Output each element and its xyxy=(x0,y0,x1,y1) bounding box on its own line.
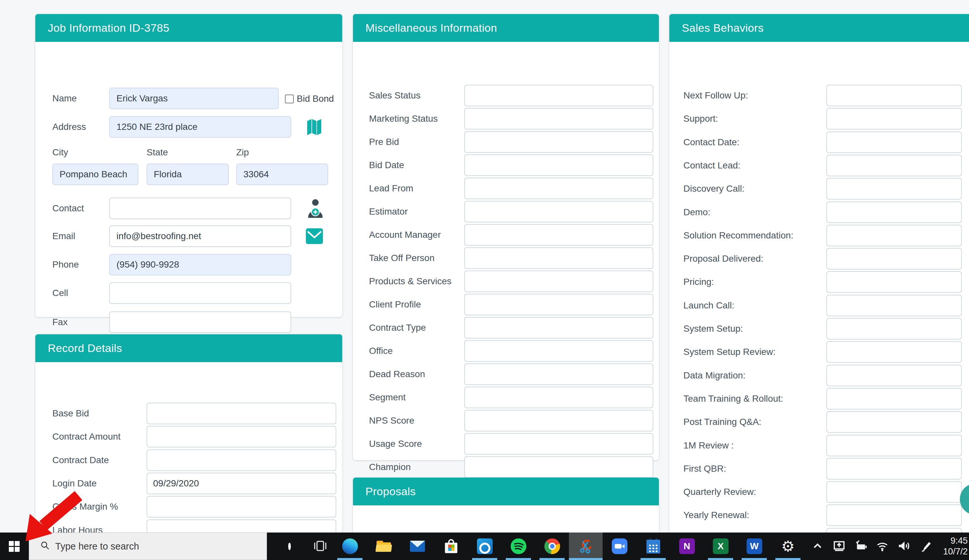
misc-marketing-status-input[interactable] xyxy=(464,108,653,130)
sales-support-input[interactable] xyxy=(826,108,962,130)
tray-battery-charging-button[interactable] xyxy=(850,533,871,560)
taskbar-edge-button[interactable] xyxy=(333,533,367,560)
taskbar: Type here to search NXW⚙ 9:45 10/7/2 xyxy=(0,533,969,560)
misc-lead-from-input[interactable] xyxy=(464,178,653,199)
desktop: Job Information ID-3785 Name Bid Bond Ad… xyxy=(0,0,969,560)
taskbar-mail-button[interactable] xyxy=(400,533,434,560)
address-input[interactable] xyxy=(109,116,291,138)
tray-pen-button[interactable] xyxy=(915,533,936,560)
sales-row-first-qbr: First QBR: xyxy=(683,458,969,480)
state-input[interactable] xyxy=(147,164,229,185)
miscellaneous-information-title: Miscellaneous Information xyxy=(365,22,497,34)
bid-bond-checkbox[interactable] xyxy=(285,95,294,103)
tray-wifi-button[interactable] xyxy=(871,533,893,560)
sales-data-migration-input[interactable] xyxy=(826,365,962,386)
excel-icon: X xyxy=(713,538,729,554)
sales-pricing-input[interactable] xyxy=(826,271,962,293)
sales-system-setup-review-input[interactable] xyxy=(826,341,962,363)
taskbar-clock[interactable]: 9:45 10/7/2 xyxy=(936,533,969,560)
sales-launch-call-input[interactable] xyxy=(826,295,962,316)
sales-first-qbr-input[interactable] xyxy=(826,458,962,480)
name-input[interactable] xyxy=(109,88,279,109)
taskbar-calendar-button[interactable] xyxy=(636,533,670,560)
misc-row-contract-type: Contract Type xyxy=(369,317,659,339)
sales-yearly-renewal-input[interactable] xyxy=(826,504,962,526)
tray-hidden-icons-chevron-button[interactable] xyxy=(807,533,828,560)
sales-quarterly-review-input[interactable] xyxy=(826,481,962,503)
sales-row-support: Support: xyxy=(683,108,969,130)
sales-next-follow-up-input[interactable] xyxy=(826,85,962,106)
taskbar-word-button[interactable]: W xyxy=(738,533,771,560)
sales-contact-lead-label: Contact Lead: xyxy=(683,155,740,176)
sales-post-training-q-a-label: Post Training Q&A: xyxy=(683,411,761,433)
start-button[interactable] xyxy=(0,533,29,560)
misc-dead-reason-input[interactable] xyxy=(464,364,653,385)
misc-usage-score-input[interactable] xyxy=(464,433,653,455)
misc-segment-input[interactable] xyxy=(464,387,653,408)
send-email-icon[interactable] xyxy=(306,228,323,245)
snipping-tool-icon xyxy=(578,538,594,555)
misc-account-manager-input[interactable] xyxy=(464,224,653,246)
record-row-contract-amount: Contract Amount xyxy=(52,426,342,447)
city-input[interactable] xyxy=(52,164,138,185)
misc-pre-bid-input[interactable] xyxy=(464,131,653,153)
misc-office-input[interactable] xyxy=(464,340,653,362)
taskbar-snipping-tool-button[interactable] xyxy=(569,533,603,560)
sales-solution-recommendation-input[interactable] xyxy=(826,225,962,246)
sales-contact-lead-input[interactable] xyxy=(826,155,962,176)
taskbar-cortana-button[interactable] xyxy=(277,533,302,560)
email-input[interactable] xyxy=(109,225,291,247)
sales-discovery-call-input[interactable] xyxy=(826,178,962,199)
taskbar-settings-button[interactable]: ⚙ xyxy=(771,533,805,560)
taskbar-excel-button[interactable]: X xyxy=(704,533,738,560)
miscellaneous-information-panel: Miscellaneous Information Sales StatusMa… xyxy=(353,14,659,460)
contact-input[interactable] xyxy=(109,198,291,219)
misc-nps-score-input[interactable] xyxy=(464,410,653,432)
taskbar-microsoft-store-button[interactable] xyxy=(434,533,468,560)
misc-contract-type-input[interactable] xyxy=(464,317,653,339)
taskbar-zoom-button[interactable] xyxy=(603,533,636,560)
sales-contact-date-input[interactable] xyxy=(826,131,962,153)
phone-input[interactable] xyxy=(109,254,291,276)
sales-row-discovery-call: Discovery Call: xyxy=(683,178,969,199)
sales-row-data-migration: Data Migration: xyxy=(683,365,969,386)
record-login-date-input[interactable] xyxy=(147,473,336,494)
misc-contract-type-label: Contract Type xyxy=(369,317,426,339)
cortana-icon xyxy=(288,544,291,549)
taskbar-task-view-button[interactable] xyxy=(308,533,333,560)
misc-office-label: Office xyxy=(369,340,393,362)
record-gross-margin-input[interactable] xyxy=(147,496,336,517)
sales-proposal-delivered-input[interactable] xyxy=(826,248,962,269)
taskbar-spotify-button[interactable] xyxy=(501,533,535,560)
sales-post-training-q-a-input[interactable] xyxy=(826,411,962,433)
record-base-bid-input[interactable] xyxy=(147,403,336,424)
tray-cast-display-button[interactable] xyxy=(828,533,850,560)
record-contract-amount-input[interactable] xyxy=(147,426,336,447)
misc-sales-status-input[interactable] xyxy=(464,85,653,106)
taskbar-outlook-button[interactable] xyxy=(468,533,501,560)
record-contract-date-input[interactable] xyxy=(147,449,336,471)
sales-quarterly-review-label: Quarterly Review: xyxy=(683,481,756,503)
sales-system-setup-input[interactable] xyxy=(826,318,962,339)
sales-team-training-rollout-input[interactable] xyxy=(826,388,962,410)
misc-products-services-input[interactable] xyxy=(464,271,653,292)
misc-client-profile-input[interactable] xyxy=(464,294,653,315)
taskbar-search[interactable]: Type here to search xyxy=(29,533,267,560)
sales-behaviors-body: Next Follow Up:Support:Contact Date:Cont… xyxy=(669,42,969,560)
zip-input[interactable] xyxy=(236,164,328,185)
taskbar-chrome-button[interactable] xyxy=(535,533,569,560)
misc-bid-date-input[interactable] xyxy=(464,155,653,176)
tray-volume-button[interactable] xyxy=(893,533,915,560)
misc-take-off-person-input[interactable] xyxy=(464,247,653,269)
fax-input[interactable] xyxy=(109,311,291,333)
cell-input[interactable] xyxy=(109,282,291,304)
misc-bid-date-label: Bid Date xyxy=(369,155,404,176)
misc-champion-input[interactable] xyxy=(464,456,653,478)
misc-estimator-input[interactable] xyxy=(464,201,653,223)
sales-1m-review-input[interactable] xyxy=(826,435,962,456)
sales-demo-input[interactable] xyxy=(826,201,962,223)
taskbar-file-explorer-button[interactable] xyxy=(367,533,400,560)
taskbar-onenote-button[interactable]: N xyxy=(670,533,704,560)
add-contact-icon[interactable] xyxy=(307,199,323,219)
map-icon[interactable] xyxy=(307,119,321,137)
